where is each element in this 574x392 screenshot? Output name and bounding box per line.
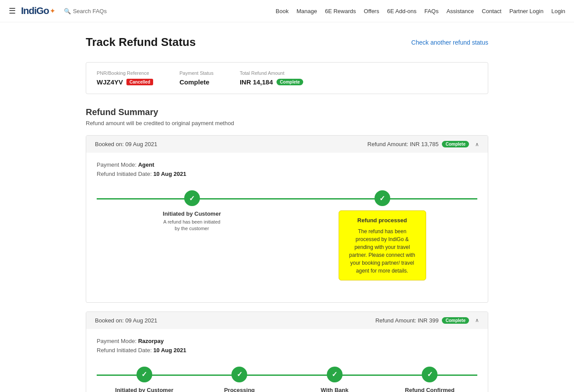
page-title: Track Refund Status <box>86 35 196 49</box>
search-area[interactable]: 🔍 Search FAQs <box>64 8 107 14</box>
step-b2-4-circle: ✓ <box>422 367 438 382</box>
chevron-up-icon-2[interactable]: ∧ <box>475 317 479 323</box>
total-refund-badge: Complete <box>276 79 304 85</box>
refund-block-2-booked-on: Booked on: 09 Aug 2021 <box>95 317 157 324</box>
nav-6e-addons[interactable]: 6E Add-ons <box>387 8 416 14</box>
refund-summary-title: Refund Summary <box>86 107 488 117</box>
step-b2-2-label: Processing <box>224 387 255 392</box>
cancelled-badge: Cancelled <box>126 79 153 85</box>
logo: IndiGo ✦ <box>21 5 55 17</box>
nav-manage[interactable]: Manage <box>297 8 317 14</box>
refund-block-2: Booked on: 09 Aug 2021 Refund Amount: IN… <box>86 312 488 392</box>
navbar: ☰ IndiGo ✦ 🔍 Search FAQs Book Manage 6E … <box>0 0 574 22</box>
payment-mode-2: Payment Mode: Razorpay <box>97 338 477 344</box>
step-1-desc: A refund has been initiated by the custo… <box>161 219 223 232</box>
tooltip-desc: The refund has been processed by IndiGo … <box>346 228 419 275</box>
nav-partner-login[interactable]: Partner Login <box>509 8 543 14</box>
refund-block-1: Booked on: 09 Aug 2021 Refund Amount: IN… <box>86 135 488 303</box>
refund-processed-tooltip: Refund processed The refund has been pro… <box>339 210 426 280</box>
refund-block-1-body: Payment Mode: Agent Refund Initiated Dat… <box>86 153 488 302</box>
pnr-group: PNR/Booking Reference WJZ4YV Cancelled <box>97 70 153 86</box>
step-b2-3-withbank: ✓ With Bank The refund amount is pending… <box>287 367 382 392</box>
nav-contact[interactable]: Contact <box>482 8 501 14</box>
nav-links: Book Manage 6E Rewards Offers 6E Add-ons… <box>276 8 565 14</box>
step-b2-1-initiated: ✓ Initiated by Customer A refund has bee… <box>97 367 192 392</box>
pnr-number: WJZ4YV <box>97 78 123 86</box>
refund-initiated-date-2: Refund Initiated Date: 10 Aug 2021 <box>97 347 477 354</box>
refund-block-1-booked-on: Booked on: 09 Aug 2021 <box>95 141 157 147</box>
check-another-refund-link[interactable]: Check another refund status <box>411 39 488 46</box>
step-b2-2-processing: ✓ Processing The refund is being process… <box>192 367 287 392</box>
search-icon: 🔍 <box>64 8 71 14</box>
refund-block-2-amount-text: Refund Amount: INR 399 <box>375 317 439 324</box>
nav-offers[interactable]: Offers <box>364 8 379 14</box>
pnr-label: PNR/Booking Reference <box>97 70 153 76</box>
step-b2-2-circle: ✓ <box>231 367 247 382</box>
total-refund-group: Total Refund Amount INR 14,184 Complete <box>240 70 303 86</box>
nav-faqs[interactable]: FAQs <box>424 8 439 14</box>
progress-steps-1: ✓ Initiated by Customer A refund has bee… <box>97 190 477 280</box>
total-refund-amount: INR 14,184 <box>240 78 273 86</box>
search-label: Search FAQs <box>73 8 107 14</box>
step-1-label: Initiated by Customer <box>163 210 221 217</box>
refund-block-1-header: Booked on: 09 Aug 2021 Refund Amount: IN… <box>86 136 488 153</box>
refund-block-1-amount-text: Refund Amount: INR 13,785 <box>368 141 439 147</box>
progress-container-1: ✓ Initiated by Customer A refund has bee… <box>97 190 477 280</box>
logo-accent: ✦ <box>50 7 55 14</box>
nav-login[interactable]: Login <box>551 8 565 14</box>
chevron-up-icon-1[interactable]: ∧ <box>475 141 479 147</box>
payment-mode-1: Payment Mode: Agent <box>97 161 477 168</box>
progress-steps-2: ✓ Initiated by Customer A refund has bee… <box>97 367 477 392</box>
step-b2-3-circle: ✓ <box>327 367 343 382</box>
total-refund-value: INR 14,184 Complete <box>240 78 303 86</box>
refund-block-2-status-badge: Complete <box>442 317 469 324</box>
step-b2-1-label: Initiated by Customer <box>115 387 173 392</box>
step-1-circle: ✓ <box>184 190 200 206</box>
tooltip-title: Refund processed <box>346 216 419 225</box>
step-b2-3-label: With Bank <box>321 387 348 392</box>
refund-block-2-header: Booked on: 09 Aug 2021 Refund Amount: IN… <box>86 312 488 329</box>
step-1-initiated: ✓ Initiated by Customer A refund has bee… <box>97 190 287 232</box>
payment-status-group: Payment Status Complete <box>179 70 214 86</box>
step-b2-1-circle: ✓ <box>136 367 152 382</box>
nav-assistance[interactable]: Assistance <box>446 8 474 14</box>
step-2-circle: ✓ <box>374 190 390 206</box>
step-b2-4-label: Refund Confirmed <box>405 387 455 392</box>
pnr-value: WJZ4YV Cancelled <box>97 78 153 86</box>
logo-text: IndiGo <box>21 5 49 17</box>
nav-book[interactable]: Book <box>276 8 289 14</box>
step-b2-4-confirmed: ✓ Refund Confirmed The refund has been c… <box>382 367 478 392</box>
hamburger-icon[interactable]: ☰ <box>9 6 16 16</box>
refund-block-2-body: Payment Mode: Razorpay Refund Initiated … <box>86 329 488 392</box>
step-2-processed: ✓ Refund processed The refund has been p… <box>287 190 477 280</box>
refund-block-1-amount: Refund Amount: INR 13,785 Complete ∧ <box>368 141 479 147</box>
nav-6e-rewards[interactable]: 6E Rewards <box>325 8 356 14</box>
refund-initiated-date-1: Refund Initiated Date: 10 Aug 2021 <box>97 171 477 177</box>
refund-summary-subtitle: Refund amount will be credited to origin… <box>86 120 488 126</box>
refund-block-2-amount: Refund Amount: INR 399 Complete ∧ <box>375 317 479 324</box>
page-content: Track Refund Status Check another refund… <box>77 22 497 392</box>
payment-status-label: Payment Status <box>179 70 214 76</box>
refund-block-1-status-badge: Complete <box>442 141 469 147</box>
payment-status-value: Complete <box>179 78 214 86</box>
progress-container-2: ✓ Initiated by Customer A refund has bee… <box>97 367 477 392</box>
booking-info-card: PNR/Booking Reference WJZ4YV Cancelled P… <box>86 62 488 94</box>
total-refund-label: Total Refund Amount <box>240 70 303 76</box>
page-header: Track Refund Status Check another refund… <box>86 35 488 49</box>
